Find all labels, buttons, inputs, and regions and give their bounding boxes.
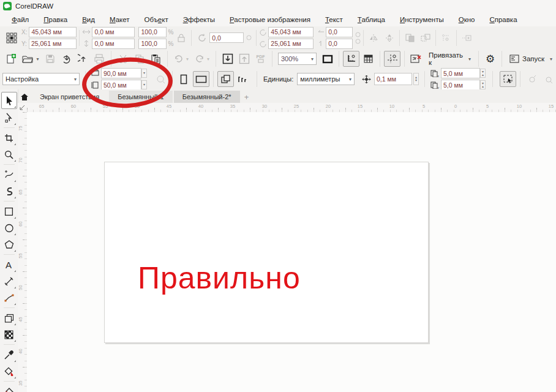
crop-tool[interactable] xyxy=(2,130,17,146)
document-page[interactable]: Правильно xyxy=(104,162,429,343)
rotation-center-x-input[interactable] xyxy=(268,27,314,37)
print-icon[interactable] xyxy=(92,51,107,66)
copy-icon[interactable] xyxy=(132,51,147,66)
rectangle-tool[interactable] xyxy=(2,203,17,219)
text-tool[interactable]: A xyxy=(2,257,17,273)
scale-v-input[interactable] xyxy=(138,39,167,49)
menu-item-1[interactable]: Правка xyxy=(37,14,74,25)
launch-button[interactable]: Запуск▾ xyxy=(506,51,556,66)
autofit-page-icon[interactable] xyxy=(153,72,168,86)
new-document-icon[interactable] xyxy=(4,51,19,66)
page-text[interactable]: Правильно xyxy=(138,260,301,296)
units-combo[interactable]: миллиметры▾ xyxy=(297,73,355,85)
cut-icon[interactable] xyxy=(115,51,130,66)
lock-ratio-icon[interactable] xyxy=(173,31,189,45)
x-position-input[interactable] xyxy=(29,27,77,37)
menu-item-5[interactable]: Эффекты xyxy=(176,14,222,25)
show-guidelines-icon[interactable] xyxy=(384,51,400,67)
dimension-tool[interactable] xyxy=(2,273,17,289)
object-height-input[interactable] xyxy=(92,39,135,49)
import-icon[interactable] xyxy=(220,51,235,66)
zoom-tool[interactable] xyxy=(2,146,17,162)
menu-item-7[interactable]: Текст xyxy=(318,14,350,25)
skew-radio-top-icon[interactable] xyxy=(355,32,361,37)
menu-item-4[interactable]: Объект xyxy=(138,14,175,25)
object-width-input[interactable] xyxy=(92,27,135,37)
shape-tool[interactable] xyxy=(2,110,17,126)
export-drop-icon[interactable] xyxy=(75,51,91,66)
page-width-input[interactable] xyxy=(101,68,141,78)
full-screen-preview-icon[interactable] xyxy=(320,51,335,66)
export-icon[interactable] xyxy=(236,51,252,66)
portrait-icon[interactable] xyxy=(176,72,192,86)
home-icon[interactable] xyxy=(18,91,31,103)
show-rulers-icon[interactable] xyxy=(343,51,359,67)
nudge-distance-input[interactable] xyxy=(374,73,412,85)
rotation-radio-icon[interactable] xyxy=(244,31,254,45)
pdf-icon[interactable]: PDF xyxy=(253,51,268,66)
ellipse-tool[interactable] xyxy=(2,220,17,236)
new-tab-button[interactable]: + xyxy=(241,91,252,103)
current-page-icon[interactable] xyxy=(235,72,250,86)
ruler-origin-icon[interactable] xyxy=(18,103,28,113)
snap-to-button[interactable]: Привязать к▾ xyxy=(425,51,475,66)
group-icon[interactable] xyxy=(418,31,433,45)
duplicate-x-input[interactable] xyxy=(441,68,480,78)
menu-item-3[interactable]: Макет xyxy=(103,14,137,25)
vertical-ruler[interactable]: 757065605550454035 xyxy=(18,112,28,392)
freehand-tool[interactable] xyxy=(2,167,17,183)
position-handle-icon[interactable] xyxy=(459,31,475,45)
scale-h-input[interactable] xyxy=(138,27,167,37)
eyedropper-tool[interactable] xyxy=(2,347,17,363)
connector-tool[interactable] xyxy=(2,290,17,306)
artistic-media-tool[interactable] xyxy=(2,183,17,199)
rotation-center-y-input[interactable] xyxy=(268,39,314,49)
snap-off-icon[interactable] xyxy=(408,51,424,66)
skew-v-input[interactable] xyxy=(326,39,353,49)
zoom-level-combo[interactable]: 300%▾ xyxy=(278,53,317,65)
combine-icon[interactable] xyxy=(402,31,418,45)
y-position-input[interactable] xyxy=(29,39,77,49)
pick-tool[interactable] xyxy=(1,92,17,109)
nudge-spinner[interactable]: ▴▾ xyxy=(413,73,419,85)
menu-item-8[interactable]: Таблица xyxy=(351,14,392,25)
show-grid-icon[interactable] xyxy=(361,51,376,66)
anchor-grid-icon[interactable] xyxy=(4,31,19,45)
save-icon[interactable] xyxy=(42,51,58,66)
menu-item-9[interactable]: Инструменты xyxy=(393,14,451,25)
rotation-angle-input[interactable] xyxy=(209,32,244,43)
polygon-tool[interactable] xyxy=(2,236,17,252)
page-height-spinner[interactable]: ▾ xyxy=(141,80,147,89)
align-distribute-icon[interactable] xyxy=(438,31,454,45)
open-icon[interactable]: ▾ xyxy=(20,51,41,66)
menu-item-2[interactable]: Вид xyxy=(75,14,102,25)
redo-icon[interactable]: ▾ xyxy=(192,51,212,66)
treat-as-filled-icon[interactable] xyxy=(500,71,516,87)
duplicate-y-input[interactable] xyxy=(441,80,480,90)
document-tab-2[interactable]: Безымянный-2* xyxy=(174,91,240,103)
duplicate-y-spinner[interactable]: ▾ ▴ xyxy=(480,80,486,89)
menu-item-10[interactable]: Окно xyxy=(452,14,482,25)
paste-icon[interactable] xyxy=(148,51,163,66)
page-height-input[interactable] xyxy=(101,80,141,90)
apply-layout-icon[interactable] xyxy=(541,72,556,86)
show-bleed-icon[interactable] xyxy=(524,72,539,86)
skew-radio-bottom-icon[interactable] xyxy=(355,39,361,44)
document-tab-1[interactable]: Безымянный-1 xyxy=(109,91,173,103)
menu-item-11[interactable]: Справка xyxy=(483,14,524,25)
drawing-canvas[interactable]: Правильно xyxy=(27,112,556,392)
undo-icon[interactable]: ▾ xyxy=(171,51,191,66)
all-pages-icon[interactable] xyxy=(217,71,234,87)
duplicate-x-spinner[interactable]: ▾ ▴ xyxy=(480,69,486,78)
mirror-vertical-icon[interactable] xyxy=(381,31,397,45)
skew-h-input[interactable] xyxy=(326,27,353,37)
landscape-icon[interactable] xyxy=(193,71,209,87)
menu-item-0[interactable]: Файл xyxy=(5,14,36,25)
mesh-fill-tool[interactable] xyxy=(2,326,17,342)
menu-item-6[interactable]: Растровые изображения xyxy=(223,14,317,25)
smart-fill-tool[interactable] xyxy=(2,363,17,379)
mirror-horizontal-icon[interactable] xyxy=(366,31,381,45)
import-drop-icon[interactable] xyxy=(59,51,74,66)
options-gear-icon[interactable]: ⚙ xyxy=(483,51,498,66)
document-tab-0[interactable]: Экран приветствия xyxy=(31,91,108,103)
